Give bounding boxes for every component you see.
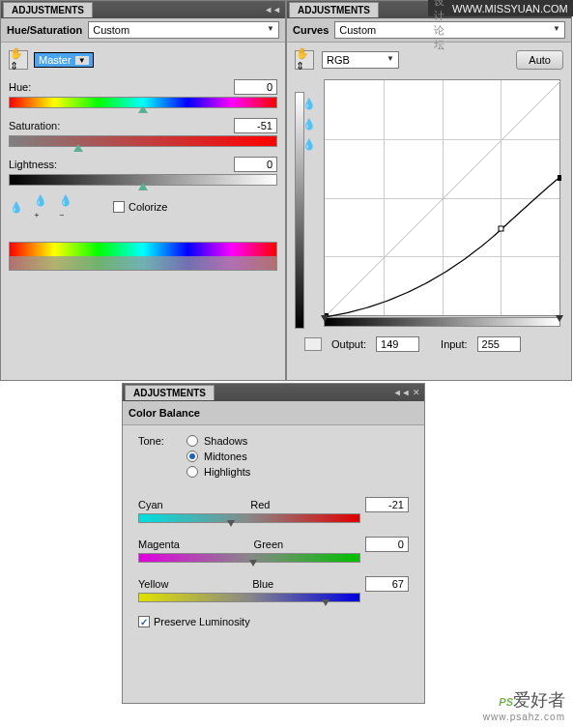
yellow-blue-input[interactable]: 67	[365, 576, 409, 592]
tone-label: Tone:	[138, 435, 173, 481]
yellow-blue-slider[interactable]	[138, 593, 360, 602]
preset-dropdown[interactable]: Custom	[334, 21, 565, 39]
radio-shadows[interactable]	[186, 435, 198, 447]
eyedropper-black-icon[interactable]: 💧	[302, 98, 316, 110]
magenta-green-slider[interactable]	[138, 553, 360, 563]
subheader: Hue/Saturation Custom	[1, 18, 285, 43]
magenta-green-input[interactable]: 0	[365, 537, 409, 552]
targeted-adjust-icon[interactable]: ✋⇕	[295, 50, 314, 70]
shadows-label: Shadows	[204, 435, 247, 447]
radio-highlights[interactable]	[186, 466, 198, 478]
yellow-label: Yellow	[138, 578, 168, 590]
eyedropper-icon[interactable]: 💧	[9, 199, 24, 215]
output-input[interactable]: 149	[376, 336, 419, 352]
tabbar: ADJUSTMENTS ◄◄	[1, 1, 285, 18]
green-label: Green	[254, 539, 284, 550]
auto-button[interactable]: Auto	[516, 50, 563, 70]
svg-rect-2	[499, 226, 503, 231]
subheader: Curves Custom	[287, 18, 571, 43]
tab-adjustments[interactable]: ADJUSTMENTS	[3, 2, 93, 17]
output-label: Output:	[331, 338, 366, 350]
red-label: Red	[250, 499, 270, 510]
targeted-adjust-icon[interactable]: ✋⇕	[9, 50, 28, 70]
eyedropper-gray-icon[interactable]: 💧	[302, 118, 316, 131]
preserve-luminosity-checkbox[interactable]: ✓	[138, 616, 150, 627]
preserve-luminosity-label: Preserve Luminosity	[154, 616, 250, 627]
curve-grid[interactable]	[324, 79, 560, 316]
channel-dropdown[interactable]: RGB	[322, 51, 399, 69]
preset-dropdown[interactable]: Custom	[88, 21, 279, 39]
eyedropper-add-icon[interactable]: 💧₊	[34, 199, 49, 215]
lightness-slider[interactable]	[9, 174, 277, 186]
saturation-slider[interactable]	[9, 135, 277, 147]
cyan-red-input[interactable]: -21	[365, 497, 409, 512]
hue-input[interactable]: 0	[234, 79, 277, 95]
blue-label: Blue	[252, 578, 273, 590]
input-gradient[interactable]	[324, 317, 560, 327]
svg-rect-1	[558, 175, 561, 181]
magenta-label: Magenta	[138, 539, 180, 550]
curves-panel: ADJUSTMENTS ◄◄ Curves Custom ✋⇕ RGB Auto…	[286, 0, 572, 381]
saturation-label: Saturation:	[9, 120, 60, 131]
color-balance-panel: ADJUSTMENTS ◄◄ Color Balance Tone: Shado…	[122, 383, 425, 704]
midtones-label: Midtones	[204, 451, 247, 462]
hue-slider[interactable]	[9, 97, 277, 108]
watermark-top: 思缘设计论坛WWW.MISSYUAN.COM	[428, 0, 573, 16]
panel-title: Hue/Saturation	[7, 24, 82, 36]
input-input[interactable]: 255	[477, 336, 521, 352]
panel-collapse-icon[interactable]: ◄◄	[264, 5, 281, 15]
saturation-input[interactable]: -51	[234, 118, 277, 133]
cyan-label: Cyan	[138, 499, 163, 510]
cyan-red-slider[interactable]	[138, 513, 360, 523]
eyedropper-sub-icon[interactable]: 💧₋	[59, 199, 74, 215]
panel-title: Curves	[293, 24, 329, 36]
highlights-label: Highlights	[204, 466, 250, 478]
tab-adjustments[interactable]: ADJUSTMENTS	[125, 385, 215, 400]
panel-close-icon[interactable]: ◄◄	[393, 388, 420, 397]
radio-midtones[interactable]	[186, 451, 198, 462]
watermark-bottom: PS爱好者 www.psahz.com	[483, 686, 565, 722]
lightness-label: Lightness:	[9, 159, 57, 170]
hue-sat-panel: ADJUSTMENTS ◄◄ Hue/Saturation Custom ✋⇕ …	[0, 0, 286, 381]
panel-title: Color Balance	[129, 407, 200, 419]
histogram-icon[interactable]	[304, 337, 322, 351]
tabbar: ADJUSTMENTS ◄◄	[123, 384, 424, 401]
range-spectrum[interactable]	[9, 242, 277, 271]
hue-label: Hue:	[9, 81, 31, 93]
svg-line-0	[325, 80, 561, 317]
colorize-label: Colorize	[129, 201, 167, 213]
tab-adjustments[interactable]: ADJUSTMENTS	[289, 2, 379, 17]
eyedropper-white-icon[interactable]: 💧	[302, 138, 316, 151]
channel-dropdown[interactable]: Master▼	[34, 52, 94, 68]
colorize-checkbox[interactable]	[113, 201, 125, 213]
input-label: Input:	[441, 338, 468, 350]
subheader: Color Balance	[123, 401, 424, 425]
lightness-input[interactable]: 0	[234, 157, 277, 172]
